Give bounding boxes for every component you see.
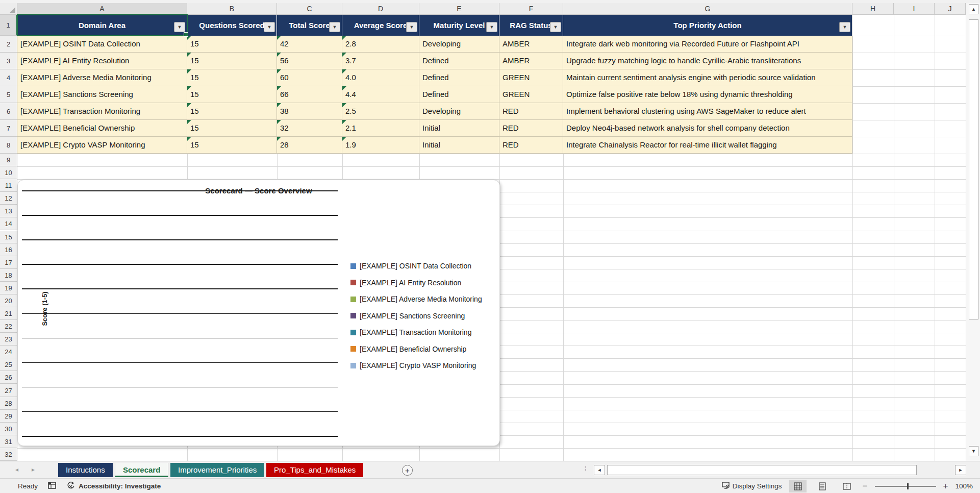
row-header-5[interactable]: 5 — [0, 86, 17, 103]
tab-nav-left-icon[interactable]: ◂ — [15, 466, 18, 473]
row-header-27[interactable]: 27 — [0, 384, 17, 397]
cell-G6[interactable]: Implement behavioral clustering using AW… — [563, 103, 852, 120]
row-header-13[interactable]: 13 — [0, 205, 17, 217]
cell-A3[interactable]: [EXAMPLE] AI Entity Resolution — [17, 53, 187, 69]
row-header-12[interactable]: 12 — [0, 192, 17, 205]
cell-B8[interactable]: 15 — [187, 137, 277, 154]
column-header-e[interactable]: E — [419, 3, 499, 15]
column-header-c[interactable]: C — [277, 3, 342, 15]
scroll-left-button[interactable]: ◄ — [594, 465, 605, 475]
row-header-22[interactable]: 22 — [0, 320, 17, 333]
cell-C4[interactable]: 60 — [277, 69, 342, 86]
column-header-d[interactable]: D — [342, 3, 419, 15]
cell-E3[interactable]: Defined — [419, 53, 499, 69]
display-settings-button[interactable]: Display Settings — [722, 482, 782, 490]
cell-G8[interactable]: Integrate Chainalysis Reactor for real-t… — [563, 137, 852, 154]
row-header-10[interactable]: 10 — [0, 166, 17, 179]
cell-B7[interactable]: 15 — [187, 120, 277, 137]
row-header-4[interactable]: 4 — [0, 69, 17, 86]
row-header-20[interactable]: 20 — [0, 294, 17, 307]
cell-B4[interactable]: 15 — [187, 69, 277, 86]
cell-D7[interactable]: 2.1 — [342, 120, 419, 137]
cell-G5[interactable]: Optimize false positive rate below 18% u… — [563, 86, 852, 103]
column-header-g[interactable]: G — [563, 3, 852, 15]
new-sheet-button[interactable]: + — [402, 465, 413, 476]
cell-F3[interactable]: AMBER — [499, 53, 563, 69]
row-header-2[interactable]: 2 — [0, 36, 17, 53]
cell-A7[interactable]: [EXAMPLE] Beneficial Ownership — [17, 120, 187, 137]
cell-A5[interactable]: [EXAMPLE] Sanctions Screening — [17, 86, 187, 103]
cell-C3[interactable]: 56 — [277, 53, 342, 69]
column-header-b[interactable]: B — [187, 3, 277, 15]
cell-A8[interactable]: [EXAMPLE] Crypto VASP Monitoring — [17, 137, 187, 154]
cell-B3[interactable]: 15 — [187, 53, 277, 69]
cell-G4[interactable]: Maintain current sentiment analysis engi… — [563, 69, 852, 86]
cell-B6[interactable]: 15 — [187, 103, 277, 120]
row-header-15[interactable]: 15 — [0, 231, 17, 243]
row-header-8[interactable]: 8 — [0, 137, 17, 154]
row-header-11[interactable]: 11 — [0, 179, 17, 192]
sheet-tab-instructions[interactable]: Instructions — [58, 463, 113, 477]
table-header-2[interactable]: Questions Scored▼ — [187, 15, 277, 36]
scroll-right-button[interactable]: ► — [955, 465, 966, 475]
filter-dropdown-button[interactable]: ▼ — [550, 22, 561, 32]
cell-A2[interactable]: [EXAMPLE] OSINT Data Collection — [17, 36, 187, 53]
cell-C6[interactable]: 38 — [277, 103, 342, 120]
cell-A4[interactable]: [EXAMPLE] Adverse Media Monitoring — [17, 69, 187, 86]
cell-A6[interactable]: [EXAMPLE] Transaction Monitoring — [17, 103, 187, 120]
filter-dropdown-button[interactable]: ▼ — [264, 22, 275, 32]
row-header-23[interactable]: 23 — [0, 333, 17, 346]
cell-F2[interactable]: AMBER — [499, 36, 563, 53]
table-header-5[interactable]: Maturity Level▼ — [419, 15, 499, 36]
zoom-slider-thumb[interactable] — [907, 483, 909, 489]
column-header-f[interactable]: F — [499, 3, 563, 15]
cell-E5[interactable]: Defined — [419, 86, 499, 103]
cell-C7[interactable]: 32 — [277, 120, 342, 137]
normal-view-button[interactable] — [789, 480, 807, 492]
zoom-in-button[interactable]: + — [943, 481, 948, 491]
sheet-tab-scorecard[interactable]: Scorecard — [115, 463, 168, 477]
macro-record-icon[interactable] — [48, 481, 56, 491]
row-header-25[interactable]: 25 — [0, 358, 17, 371]
page-layout-view-button[interactable] — [814, 480, 831, 492]
cell-E7[interactable]: Initial — [419, 120, 499, 137]
zoom-slider[interactable] — [875, 486, 936, 487]
fill-handle[interactable] — [184, 32, 188, 37]
cell-F8[interactable]: RED — [499, 137, 563, 154]
filter-dropdown-button[interactable]: ▼ — [329, 22, 340, 32]
row-header-17[interactable]: 17 — [0, 256, 17, 269]
horizontal-scroll-thumb[interactable] — [607, 465, 917, 475]
filter-dropdown-button[interactable]: ▼ — [839, 22, 850, 32]
cell-E2[interactable]: Developing — [419, 36, 499, 53]
row-header-30[interactable]: 30 — [0, 423, 17, 435]
table-header-7[interactable]: Top Priority Action▼ — [563, 15, 852, 36]
row-header-16[interactable]: 16 — [0, 243, 17, 256]
cell-E6[interactable]: Developing — [419, 103, 499, 120]
cell-D6[interactable]: 2.5 — [342, 103, 419, 120]
cell-B2[interactable]: 15 — [187, 36, 277, 53]
zoom-out-button[interactable]: − — [863, 481, 868, 491]
sheet-tab-improvement_priorities[interactable]: Improvement_Priorities — [170, 463, 264, 477]
chart-scorecard-overview[interactable]: Scorecard — Score Overview Score (1-5) [… — [17, 180, 500, 446]
row-header-28[interactable]: 28 — [0, 397, 17, 410]
table-header-4[interactable]: Average Score▼ — [342, 15, 419, 36]
row-header-32[interactable]: 32 — [0, 448, 17, 461]
column-header-j[interactable]: J — [935, 3, 966, 15]
filter-dropdown-button[interactable]: ▼ — [486, 22, 497, 32]
filter-dropdown-button[interactable]: ▼ — [406, 22, 417, 32]
scroll-down-button[interactable]: ▼ — [969, 446, 978, 456]
row-header-26[interactable]: 26 — [0, 371, 17, 384]
vertical-scroll-thumb[interactable] — [969, 19, 978, 319]
cell-F7[interactable]: RED — [499, 120, 563, 137]
column-header-h[interactable]: H — [852, 3, 894, 15]
tab-nav-right-icon[interactable]: ▸ — [32, 466, 35, 473]
cell-D2[interactable]: 2.8 — [342, 36, 419, 53]
cell-G2[interactable]: Integrate dark web monitoring via Record… — [563, 36, 852, 53]
cell-E4[interactable]: Defined — [419, 69, 499, 86]
cell-G3[interactable]: Upgrade fuzzy matching logic to handle C… — [563, 53, 852, 69]
row-header-31[interactable]: 31 — [0, 435, 17, 448]
page-break-preview-button[interactable] — [838, 480, 856, 492]
cell-C5[interactable]: 66 — [277, 86, 342, 103]
row-header-19[interactable]: 19 — [0, 282, 17, 294]
cell-C2[interactable]: 42 — [277, 36, 342, 53]
